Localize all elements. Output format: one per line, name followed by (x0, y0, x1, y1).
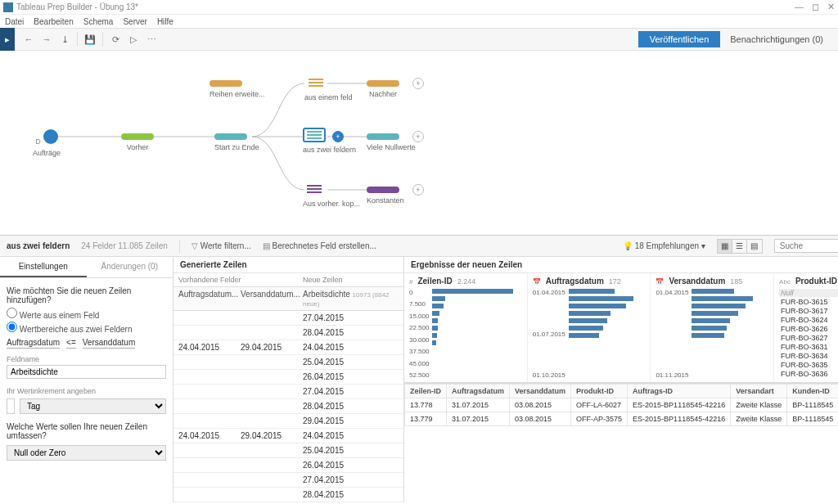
generated-rows-panel: Generierte Zeilen Vorhandene Felder Neue… (173, 257, 404, 502)
feldname-label: Feldname (7, 355, 166, 363)
operator[interactable]: <= (66, 337, 76, 349)
view-list-icon[interactable]: ☰ (732, 240, 747, 253)
node-einem[interactable]: aus einem feld (304, 75, 353, 101)
feldname-input[interactable] (7, 365, 166, 379)
table-row[interactable]: 28.04.2015 (173, 399, 403, 414)
results-grid[interactable]: Zeilen-IDAuftragsdatumVersanddatumProduk… (404, 383, 838, 502)
node-zwei[interactable]: aus zwei feldern (303, 128, 356, 154)
field-from[interactable]: Auftragsdatum (7, 337, 60, 349)
node-kop[interactable]: Aus vorher. kop... (303, 182, 360, 208)
field-to[interactable]: Versanddatum (83, 337, 136, 349)
save-icon[interactable]: 💾 (81, 31, 99, 47)
view-grid-icon[interactable]: ▤ (747, 240, 762, 253)
filter-values[interactable]: ▽ Werte filtern... (191, 241, 251, 250)
datasource-icon: D (35, 137, 41, 146)
bulb-icon: 💡 (623, 241, 633, 250)
card-versanddatum[interactable]: 📅Versanddatum185 01.04.201501.11.2015 (651, 273, 774, 382)
table-row[interactable]: 28.04.2015 (173, 326, 403, 340)
view-profile-icon[interactable]: ▦ (718, 240, 732, 253)
minimize-icon[interactable]: — (795, 2, 804, 12)
window-title: Tableau Prep Builder - Übung 13* (16, 2, 795, 11)
table-row[interactable]: 25.04.2015 (173, 443, 403, 458)
col-versanddatum[interactable]: Versanddatum... (236, 287, 298, 310)
table-row[interactable]: 24.04.201529.04.201524.04.2015 (173, 429, 403, 443)
step-name: aus zwei feldern (7, 241, 70, 250)
add-after-selected-icon[interactable]: + (332, 131, 344, 142)
menu-schema[interactable]: Schema (83, 17, 114, 26)
menu-file[interactable]: Datei (5, 17, 24, 26)
add-step-icon-3[interactable]: + (412, 184, 424, 196)
type-date-icon: 📅 (533, 278, 541, 286)
settings-panel: Einstellungen Änderungen (0) Wie möchten… (0, 257, 173, 502)
close-icon[interactable]: ✕ (827, 2, 835, 12)
increment-value[interactable] (7, 398, 15, 414)
add-step-icon[interactable]: + (412, 78, 424, 89)
node-vorher[interactable]: Vorher (121, 133, 154, 151)
increment-label: Ihr Wertinkrement angeben (7, 387, 166, 395)
table-row[interactable]: 13.77931.07.201503.08.2015OFF-AP-3575ES-… (405, 412, 839, 426)
node-konst[interactable]: Konstanten (367, 187, 404, 205)
create-calc-field[interactable]: ▤ Berechnetes Feld erstellen... (263, 241, 376, 250)
results-title: Ergebnisse der neuen Zeilen (411, 260, 522, 269)
type-text-icon: Abc (779, 278, 791, 286)
table-row[interactable]: 26.04.2015 (173, 458, 403, 473)
table-row[interactable]: 26.04.2015 (173, 370, 403, 385)
radio-one-field[interactable]: Werte aus einem Feld (7, 308, 166, 320)
table-row[interactable]: 27.04.2015 (173, 311, 403, 326)
col-arbeitsdichte[interactable]: Arbeitsdichte 10973 (8842 neue) (298, 287, 403, 310)
back-icon[interactable]: ← (20, 31, 38, 47)
node-start[interactable]: Start zu Ende (214, 133, 259, 151)
card-zeilen-id[interactable]: #Zeilen-ID2.244 07.50015.00022.50030.000… (404, 273, 528, 382)
group-existing: Vorhandene Felder (173, 273, 298, 286)
tab-settings[interactable]: Einstellungen (0, 257, 87, 277)
col-auftragsdatum[interactable]: Auftragsdatum... (173, 287, 236, 310)
run-options-icon[interactable]: ⋯ (142, 31, 160, 47)
maximize-icon[interactable]: ◻ (812, 2, 819, 12)
results-panel: Ergebnisse der neuen Zeilen #Zeilen-ID2.… (404, 257, 838, 502)
table-row[interactable]: 29.04.2015 (173, 414, 403, 429)
table-row[interactable]: 27.04.2015 (173, 473, 403, 488)
column-header[interactable]: Versanddatum (510, 385, 571, 398)
table-row[interactable]: 28.04.2015 (173, 488, 403, 502)
table-row[interactable]: 24.04.201529.04.201524.04.2015 (173, 340, 403, 355)
recommendations[interactable]: 💡 18 Empfehlungen ▾ (623, 241, 705, 250)
increment-unit[interactable]: Tag (20, 398, 166, 414)
menubar: Datei Bearbeiten Schema Server Hilfe (0, 15, 838, 28)
column-header[interactable]: Zeilen-ID (405, 385, 447, 398)
export-icon[interactable]: ⤓ (56, 31, 74, 47)
flyout-toggle[interactable]: ▸ (0, 28, 15, 51)
table-row[interactable]: 13.77831.07.201503.08.2015OFF-LA-6027ES-… (405, 398, 839, 412)
menu-help[interactable]: Hilfe (157, 17, 173, 26)
genrows-title: Generierte Zeilen (180, 260, 247, 269)
node-auftraege[interactable]: D Aufträge (33, 129, 61, 157)
refresh-icon[interactable]: ⟳ (106, 31, 124, 47)
calc-icon: ▤ (263, 241, 270, 250)
run-icon[interactable]: ▷ (124, 31, 142, 47)
flow-canvas[interactable]: D Aufträge Vorher Start zu Ende Reihen e… (0, 51, 838, 236)
tab-changes[interactable]: Änderungen (0) (87, 257, 173, 277)
column-header[interactable]: Versandart (731, 385, 787, 398)
column-header[interactable]: Auftrags-ID (628, 385, 731, 398)
search-input[interactable] (774, 239, 838, 253)
column-header[interactable]: Produkt-ID (571, 385, 628, 398)
column-header[interactable]: Auftragsdatum (447, 385, 510, 398)
table-row[interactable]: 25.04.2015 (173, 355, 403, 370)
card-auftragsdatum[interactable]: 📅Auftragsdatum172 01.04.201501.07.201501… (528, 273, 651, 382)
node-nachher[interactable]: Nachher (367, 80, 399, 98)
column-header[interactable]: Kunden-ID (787, 385, 838, 398)
node-nullwerte[interactable]: Viele Nullwerte (367, 133, 416, 151)
radio-two-fields[interactable]: Wertbereiche aus zwei Feldern (7, 322, 166, 334)
table-row[interactable]: 27.04.2015 (173, 385, 403, 399)
source-icon (43, 129, 58, 144)
values-select[interactable]: Null oder Zero (7, 445, 166, 461)
titlebar: Tableau Prep Builder - Übung 13* — ◻ ✕ (0, 0, 838, 15)
add-step-icon-2[interactable]: + (412, 131, 424, 142)
forward-icon[interactable]: → (38, 31, 56, 47)
card-produkt-id[interactable]: AbcProdukt-ID1.200💡 NullFUR-BO-3615FUR-B… (774, 273, 838, 382)
node-reihen[interactable]: Reihen erweite... (210, 80, 265, 98)
notifications[interactable]: Benachrichtigungen (0) (730, 34, 823, 44)
type-hash-icon: # (409, 278, 412, 286)
publish-button[interactable]: Veröffentlichen (638, 31, 721, 47)
menu-edit[interactable]: Bearbeiten (34, 17, 73, 26)
menu-server[interactable]: Server (123, 17, 146, 26)
